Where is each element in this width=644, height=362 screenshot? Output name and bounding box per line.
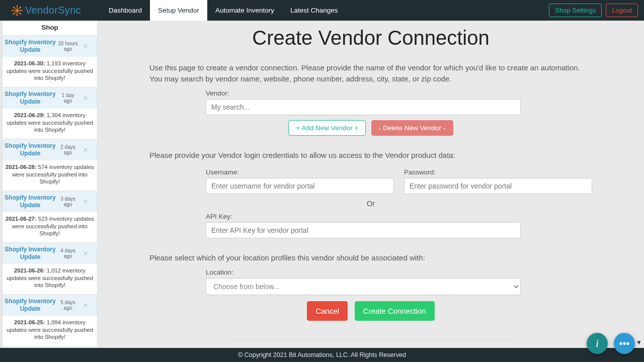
password-input[interactable] — [404, 178, 592, 194]
notification-time: 1 day ago — [58, 93, 78, 104]
footer: © Copyright 2021 Bit Automations, LLC. A… — [0, 348, 644, 362]
chat-icon: ••• — [619, 338, 629, 349]
notification-list: Shopify Inventory Update20 hours ago×202… — [3, 35, 97, 348]
notification-title: Shopify Inventory Update — [3, 87, 58, 109]
creds-lead: Please provide your Vendor login credent… — [149, 150, 592, 161]
nav-right: Shop Settings Logout — [549, 4, 644, 17]
svg-line-14 — [17, 7, 21, 11]
chat-caret-icon: ▼ — [636, 339, 642, 346]
notification-close-icon[interactable]: × — [78, 301, 93, 309]
notification-item: Shopify Inventory Update4 days ago×2021-… — [3, 242, 97, 294]
notification-body: 2021-06-29: 1,304 inventory updates were… — [3, 109, 97, 139]
notification-item: Shopify Inventory Update1 day ago×2021-0… — [3, 87, 97, 139]
cancel-button[interactable]: Cancel — [307, 301, 348, 321]
vendor-label: Vendor: — [149, 89, 592, 97]
notification-item: Shopify Inventory Update20 hours ago×202… — [3, 35, 97, 87]
notification-title: Shopify Inventory Update — [3, 139, 58, 160]
notification-body: 2021-06-26: 1,012 inventory updates were… — [3, 264, 97, 294]
location-select[interactable]: Choose from below... — [206, 278, 521, 295]
sidebar-title: Shop — [3, 21, 97, 35]
notification-close-icon[interactable]: × — [78, 249, 93, 257]
notification-title: Shopify Inventory Update — [3, 243, 58, 264]
notification-title: Shopify Inventory Update — [3, 36, 58, 57]
svg-line-16 — [17, 11, 21, 14]
nav-dashboard[interactable]: Dashboard — [101, 0, 150, 21]
username-input[interactable] — [206, 178, 394, 194]
top-nav: VendorSync Dashboard Setup Vendor Automa… — [0, 0, 644, 21]
logout-button[interactable]: Logout — [606, 4, 638, 17]
location-label: Location: — [149, 268, 592, 276]
footer-text: © Copyright 2021 Bit Automations, LLC. A… — [238, 351, 406, 358]
notification-close-icon[interactable]: × — [78, 146, 93, 154]
brand: VendorSync — [0, 5, 96, 17]
main-content: Create Vendor Connection Use this page t… — [119, 21, 622, 348]
brand-icon — [11, 5, 23, 17]
notification-time: 4 days ago — [58, 248, 78, 259]
page-title: Create Vendor Connection — [149, 27, 592, 49]
nav-automate-inventory[interactable]: Automate Inventory — [207, 0, 282, 21]
notification-time: 2 days ago — [58, 144, 78, 156]
brand-name: VendorSync — [25, 5, 81, 16]
notification-body: 2021-06-30: 1,193 inventory updates were… — [3, 57, 97, 87]
notification-close-icon[interactable]: × — [78, 42, 93, 50]
sidebar: Shop Shopify Inventory Update20 hours ag… — [3, 21, 97, 348]
notification-time: 3 days ago — [58, 196, 78, 208]
notification-body: 2021-06-28: 574 inventory updates were s… — [3, 160, 97, 191]
notification-title: Shopify Inventory Update — [3, 295, 58, 316]
nav-latest-changes[interactable]: Latest Changes — [282, 0, 346, 21]
apikey-input[interactable] — [206, 222, 521, 238]
chat-bubble[interactable]: ••• — [614, 333, 635, 354]
username-label: Username: — [206, 168, 394, 176]
notification-body: 2021-06-27: 523 inventory updates were s… — [3, 212, 97, 242]
vendor-search-input[interactable] — [206, 99, 521, 115]
divider — [230, 339, 512, 340]
nav-setup-vendor[interactable]: Setup Vendor — [150, 0, 207, 21]
shop-settings-button[interactable]: Shop Settings — [549, 4, 602, 17]
svg-line-15 — [14, 11, 18, 14]
notification-time: 20 hours ago — [58, 41, 78, 52]
help-info-bubble[interactable]: i — [587, 333, 608, 354]
notification-body: 2021-06-25: 1,094 inventory updates were… — [3, 316, 97, 346]
or-text: Or — [149, 199, 592, 208]
divider — [230, 330, 512, 330]
apikey-label: API Key: — [149, 213, 592, 220]
info-icon: i — [596, 337, 599, 350]
delete-new-vendor-button[interactable]: - Delete New Vendor - — [371, 120, 453, 136]
notification-item: Shopify Inventory Update2 days ago×2021-… — [3, 139, 97, 191]
notification-close-icon[interactable]: × — [78, 198, 93, 206]
main-scroll[interactable]: Create Vendor Connection Use this page t… — [98, 21, 644, 348]
notification-item: Shopify Inventory Update3 days ago×2021-… — [3, 191, 97, 242]
notification-close-icon[interactable]: × — [78, 94, 93, 102]
create-connection-button[interactable]: Create Connection — [355, 301, 435, 321]
add-new-vendor-button[interactable]: + Add New Vendor + — [288, 120, 366, 136]
nav-links: Dashboard Setup Vendor Automate Inventor… — [101, 0, 346, 21]
svg-line-13 — [14, 7, 18, 11]
page-lead: Use this page to create a vendor connect… — [149, 62, 592, 84]
notification-title: Shopify Inventory Update — [3, 191, 58, 212]
notification-item: Shopify Inventory Update5 days ago×2021-… — [3, 294, 97, 346]
location-lead: Please select which of your location pro… — [149, 252, 592, 263]
notification-time: 5 days ago — [58, 300, 78, 311]
password-label: Password: — [404, 168, 592, 176]
